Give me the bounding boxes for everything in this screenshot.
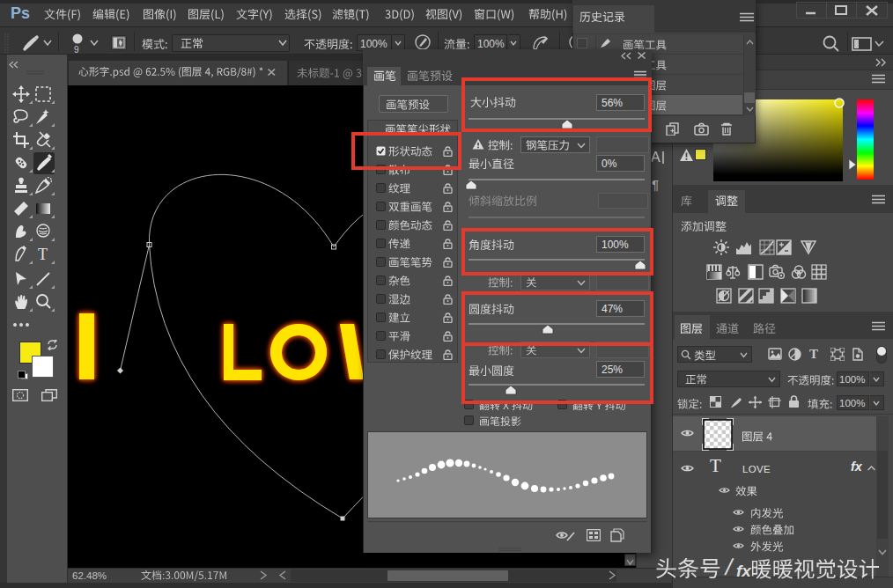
svg-text:T: T xyxy=(38,246,48,263)
